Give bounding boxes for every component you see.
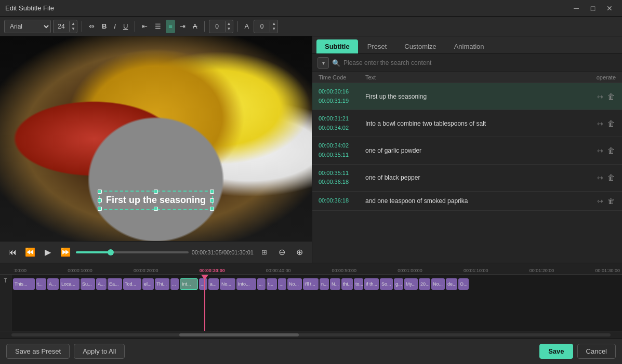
clip-5[interactable]: A... <box>96 278 107 290</box>
clip-31[interactable]: de... <box>446 278 457 290</box>
collapse-button[interactable]: ▾ <box>317 57 329 69</box>
save-button[interactable]: Save <box>539 344 573 359</box>
tab-animation[interactable]: Animation <box>446 39 493 53</box>
clip-19[interactable]: No... <box>287 278 302 290</box>
caps-btn[interactable]: A <box>242 20 252 33</box>
align-center-btn[interactable]: ☰ <box>152 20 164 33</box>
clip-24[interactable]: to... <box>354 278 363 290</box>
font-family-select[interactable]: Arial Helvetica Times New Roman <box>4 20 51 33</box>
split-btn-0[interactable]: ⇿ <box>596 91 604 102</box>
zoom-out-btn[interactable]: ⊖ <box>274 245 289 260</box>
clip-9[interactable]: Thi... <box>155 278 169 290</box>
clip-8[interactable]: el... <box>142 278 154 290</box>
clip-7[interactable]: Tod... <box>123 278 141 290</box>
char-spacing-up[interactable]: ▲ <box>226 21 233 26</box>
apply-to-all-button[interactable]: Apply to All <box>74 344 125 359</box>
clip-16[interactable]: ... <box>257 278 266 290</box>
clip-11[interactable]: Int... <box>180 278 198 290</box>
fit-btn[interactable]: ⊞ <box>257 245 271 260</box>
clip-4[interactable]: Su... <box>81 278 95 290</box>
clip-27[interactable]: g... <box>394 278 403 290</box>
clip-14[interactable]: No... <box>220 278 235 290</box>
frame-back-btn[interactable]: ⏪ <box>23 245 37 260</box>
font-size-input[interactable] <box>54 20 69 33</box>
strikethrough-btn[interactable]: A <box>190 20 200 33</box>
bold-btn[interactable]: B <box>99 20 109 33</box>
font-size-down[interactable]: ▼ <box>70 26 77 32</box>
clip-29[interactable]: 20... <box>419 278 430 290</box>
clip-18[interactable]: ... <box>278 278 286 290</box>
char-spacing-down[interactable]: ▼ <box>226 26 233 32</box>
subtitle-overlay[interactable]: First up the seasoning <box>99 191 213 210</box>
split-btn-3[interactable]: ⇿ <box>596 172 604 183</box>
clip-20[interactable]: I'll t... <box>303 278 319 290</box>
progress-handle[interactable] <box>108 249 114 255</box>
italic-btn[interactable]: I <box>111 20 118 33</box>
resize-handle-bottom-right[interactable] <box>210 207 214 211</box>
text-spacing-btn[interactable]: ⇔ <box>86 20 97 33</box>
delete-btn-4[interactable]: 🗑 <box>606 196 616 206</box>
play-btn[interactable]: ▶ <box>41 245 55 260</box>
underline-btn[interactable]: U <box>121 20 130 33</box>
align-center-active-btn[interactable]: ≡ <box>166 20 175 33</box>
delete-btn-1[interactable]: 🗑 <box>606 118 616 129</box>
align-right-btn[interactable]: ⇥ <box>177 20 188 33</box>
delete-btn-2[interactable]: 🗑 <box>606 145 616 156</box>
clip-13[interactable]: a... <box>208 278 219 290</box>
close-button[interactable]: ✕ <box>602 1 617 16</box>
clip-22[interactable]: N... <box>330 278 340 290</box>
zoom-in-btn[interactable]: ⊕ <box>292 245 307 260</box>
clip-21[interactable]: n... <box>320 278 329 290</box>
clip-2[interactable]: A... <box>47 278 59 290</box>
font-size-up[interactable]: ▲ <box>70 21 77 26</box>
clip-6[interactable]: Ea... <box>108 278 122 290</box>
split-btn-4[interactable]: ⇿ <box>596 196 604 206</box>
line-height-up[interactable]: ▲ <box>270 21 277 26</box>
delete-btn-0[interactable]: 🗑 <box>606 91 616 102</box>
scrollbar-thumb[interactable] <box>179 333 299 336</box>
subtitle-item-2[interactable]: 00:00:34:02 00:00:35:11 one of garlic po… <box>312 137 622 164</box>
clip-0[interactable]: This... <box>13 278 35 290</box>
char-spacing-input[interactable] <box>209 23 225 30</box>
resize-handle-mid-left[interactable] <box>98 198 102 203</box>
resize-handle-top-left[interactable] <box>98 190 102 194</box>
subtitle-item-3[interactable]: 00:00:35:11 00:00:36:18 one of black pep… <box>312 165 622 192</box>
resize-handle-bottom-left[interactable] <box>98 207 102 211</box>
line-height-input[interactable] <box>254 23 270 30</box>
split-btn-2[interactable]: ⇿ <box>596 145 604 156</box>
minimize-button[interactable]: ─ <box>569 1 584 16</box>
clip-3[interactable]: Loca... <box>60 278 80 290</box>
clip-10[interactable]: ... <box>170 278 179 290</box>
align-left-btn[interactable]: ⇤ <box>139 20 150 33</box>
clip-25[interactable]: if th... <box>364 278 379 290</box>
split-btn-1[interactable]: ⇿ <box>596 118 604 129</box>
maximize-button[interactable]: □ <box>586 1 600 16</box>
search-input[interactable] <box>343 59 617 66</box>
clip-30[interactable]: No... <box>431 278 445 290</box>
save-preset-button[interactable]: Save as Preset <box>6 344 70 359</box>
progress-bar[interactable] <box>76 251 189 253</box>
clip-17[interactable]: t... <box>267 278 277 290</box>
resize-handle-mid-right[interactable] <box>210 198 214 203</box>
delete-btn-3[interactable]: 🗑 <box>606 172 616 183</box>
clip-23[interactable]: thi... <box>341 278 353 290</box>
tab-customize[interactable]: Customize <box>396 39 444 53</box>
line-height-down[interactable]: ▼ <box>270 26 277 32</box>
clip-15[interactable]: Into... <box>236 278 256 290</box>
resize-handle-top-right[interactable] <box>210 190 214 194</box>
subtitle-item-1[interactable]: 00:00:31:21 00:00:34:02 Into a bowl comb… <box>312 110 622 137</box>
tab-subtitle[interactable]: Subtitle <box>316 39 358 53</box>
clip-12[interactable]: ... <box>199 278 207 290</box>
clip-1[interactable]: t... <box>36 278 46 290</box>
subtitle-item-0[interactable]: 00:00:30:16 00:00:31:19 First up the sea… <box>312 83 622 110</box>
subtitle-text-box[interactable]: First up the seasoning <box>99 191 213 210</box>
frame-forward-btn[interactable]: ⏩ <box>58 245 73 260</box>
resize-handle-top-mid[interactable] <box>154 190 158 194</box>
clip-26[interactable]: So... <box>380 278 393 290</box>
clip-28[interactable]: My... <box>404 278 418 290</box>
skip-back-btn[interactable]: ⏮ <box>5 245 20 260</box>
scrollbar-track[interactable] <box>11 333 611 336</box>
subtitle-item-4[interactable]: 00:00:36:18 and one teaspoon of smoked p… <box>312 192 622 211</box>
resize-handle-bottom-mid[interactable] <box>154 207 158 211</box>
cancel-button[interactable]: Cancel <box>577 344 616 359</box>
